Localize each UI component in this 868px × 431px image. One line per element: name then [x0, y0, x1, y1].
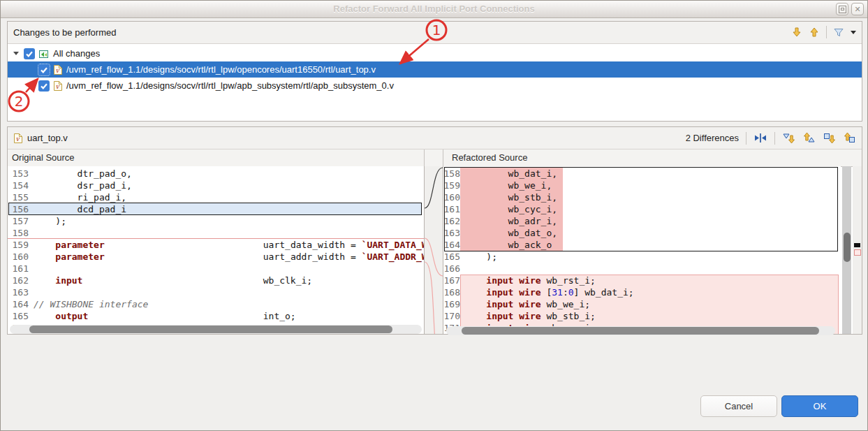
original-source-pane[interactable]: 153 dtr_pad_o,154 dsr_pad_i,155 ri_pad_i… [8, 166, 424, 334]
cancel-button[interactable]: Cancel [700, 395, 777, 417]
changes-tree: All changes v /uvm_ref_flow_1.1/designs/… [8, 44, 862, 122]
verilog-file-icon: v [53, 80, 63, 92]
code-text: wb_adr_i, [464, 215, 557, 227]
tree-item-all-changes[interactable]: All changes [8, 45, 862, 61]
tree-item-apb-subsystem[interactable]: v /uvm_ref_flow_1.1/designs/socv/rtl/rtl… [8, 78, 862, 94]
window-title: Refactor Forward All Implicit Port Conne… [1, 1, 867, 17]
composite-change-icon [38, 48, 50, 59]
code-text: output int_o; [34, 310, 296, 322]
line-number: 162 [8, 275, 34, 286]
change-marker[interactable] [854, 249, 861, 256]
apb-subsystem-checkbox[interactable] [38, 80, 50, 92]
expander-icon[interactable] [13, 52, 19, 55]
line-number: 153 [8, 168, 34, 180]
changes-panel-header: Changes to be performed [8, 22, 862, 44]
line-number: 154 [8, 180, 34, 191]
next-difference-icon[interactable] [782, 132, 795, 144]
code-text: input wire wb_we_i; [464, 298, 590, 310]
previous-difference-icon[interactable] [802, 132, 816, 144]
maximize-icon [839, 6, 846, 13]
code-text: dtr_pad_o, [34, 168, 132, 180]
code-text: ); [464, 251, 497, 263]
line-number: 155 [8, 191, 34, 203]
scrollbar-thumb[interactable] [844, 233, 851, 262]
refactored-horizontal-scrollbar[interactable] [446, 326, 835, 335]
code-line: 164 wb_ack_o [443, 239, 552, 251]
scrollbar-thumb[interactable] [29, 326, 392, 333]
line-number: 164 [8, 298, 34, 310]
line-number: 167 [443, 275, 464, 286]
vertical-scrollbar[interactable] [842, 166, 851, 334]
code-line: 164// WISHBONE interface [8, 298, 148, 310]
code-line: 161 [8, 263, 34, 275]
line-number: 158 [8, 227, 34, 239]
line-number: 164 [443, 239, 464, 251]
code-line: 165 output int_o; [8, 310, 296, 322]
next-change-icon[interactable] [823, 132, 836, 144]
code-line: 159 wb_we_i, [443, 180, 552, 191]
code-line: 170 input wire wb_stb_i; [443, 310, 596, 322]
code-line: 159 parameter uart_data_width = `UART_DA… [8, 239, 424, 251]
pane-headers: Original Source Refactored Source [8, 149, 862, 167]
line-number: 159 [8, 239, 34, 251]
all-changes-checkbox[interactable] [24, 48, 35, 59]
tree-item-label: /uvm_ref_flow_1.1/designs/socv/rtl/rtl_l… [66, 80, 394, 91]
previous-change-icon[interactable] [843, 132, 856, 144]
overview-ruler[interactable] [853, 166, 862, 334]
uart-top-checkbox[interactable] [38, 64, 50, 75]
line-number: 160 [443, 191, 464, 203]
code-text: dcd_pad_i [34, 203, 126, 215]
code-text: input wire wb_rst_i; [464, 275, 596, 286]
code-line: 162 wb_adr_i, [443, 215, 557, 227]
line-number: 158 [443, 168, 464, 180]
toolbar-separator [774, 132, 775, 145]
refactored-source-pane[interactable]: 158 wb_dat_i,159 wb_we_i,160 wb_stb_i,16… [443, 166, 841, 334]
tree-item-label: All changes [53, 48, 100, 59]
code-line: 168 input wire [31:0] wb_dat_i; [443, 286, 634, 298]
close-button[interactable]: ✕ [851, 3, 864, 15]
code-line: 158 wb_dat_i, [443, 168, 557, 180]
code-text: wb_dat_o, [464, 227, 557, 239]
code-line: 165 ); [443, 251, 497, 263]
code-text: wb_dat_i, [464, 168, 557, 180]
titlebar: Refactor Forward All Implicit Port Conne… [1, 1, 867, 18]
code-line: 169 input wire wb_we_i; [443, 298, 590, 310]
code-text: ); [34, 215, 66, 227]
code-text: parameter uart_data_width = `UART_DATA_W… [34, 239, 424, 251]
move-up-icon[interactable] [809, 27, 820, 38]
code-text: parameter uart_addr_width = `UART_ADDR_W… [34, 251, 424, 263]
code-line: 166 [443, 263, 464, 275]
scrollbar-thumb[interactable] [462, 327, 819, 335]
line-number: 160 [8, 251, 34, 263]
tree-item-uart-top[interactable]: v /uvm_ref_flow_1.1/designs/socv/rtl/rtl… [8, 61, 862, 78]
line-number: 169 [443, 298, 464, 310]
refactor-dialog: Refactor Forward All Implicit Port Conne… [0, 0, 868, 431]
code-text: input wire [31:0] wb_dat_i; [464, 286, 634, 298]
code-line: 167 input wire wb_rst_i; [443, 275, 596, 286]
diff-connector-gutter [424, 166, 443, 334]
window-controls: ✕ [836, 3, 864, 15]
line-number: 166 [443, 263, 464, 275]
diff-marker[interactable] [854, 243, 860, 247]
code-line: 162 input wb_clk_i; [8, 275, 312, 286]
verilog-file-icon: v [53, 64, 63, 75]
filter-icon[interactable] [833, 27, 844, 38]
line-number: 156 [8, 203, 34, 215]
filter-menu-button[interactable] [851, 31, 856, 34]
code-line: 160 parameter uart_addr_width = `UART_AD… [8, 251, 424, 263]
line-number: 165 [443, 251, 464, 263]
mirror-icon[interactable] [753, 133, 767, 143]
original-horizontal-scrollbar[interactable] [10, 325, 422, 334]
code-text: wb_we_i, [464, 180, 552, 191]
maximize-button[interactable] [836, 3, 848, 15]
original-source-title: Original Source [12, 152, 75, 163]
move-down-icon[interactable] [791, 27, 802, 38]
refactored-source-title: Refactored Source [452, 152, 527, 163]
code-line: 158 [8, 227, 34, 239]
compare-viewer: 153 dtr_pad_o,154 dsr_pad_i,155 ri_pad_i… [8, 166, 862, 334]
ok-button[interactable]: OK [781, 395, 858, 417]
line-number: 161 [8, 263, 34, 275]
code-line: 156 dcd_pad_i [8, 203, 126, 215]
toolbar-separator [826, 26, 827, 38]
line-number: 163 [8, 286, 34, 298]
